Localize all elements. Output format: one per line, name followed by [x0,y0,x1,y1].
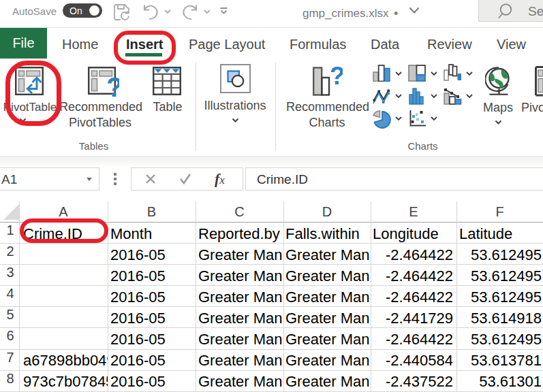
svg-text:?: ? [330,65,343,90]
svg-text:?: ? [106,72,119,99]
